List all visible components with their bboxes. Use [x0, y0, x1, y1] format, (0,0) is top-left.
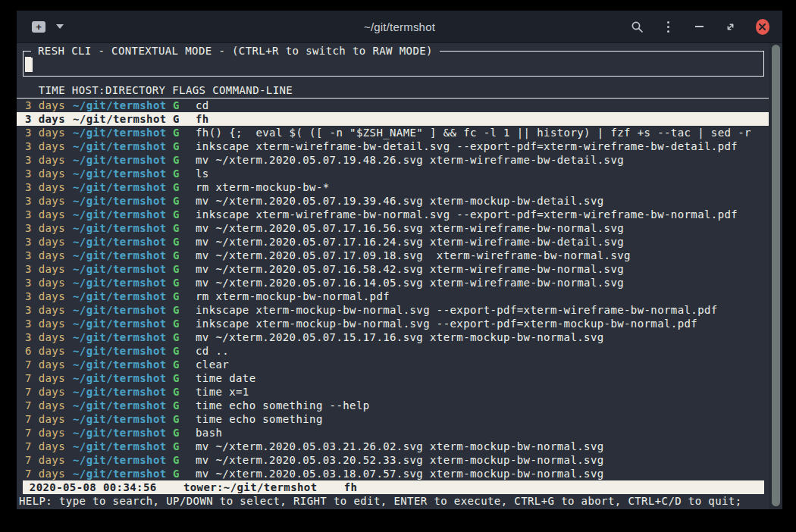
history-row[interactable]: 7 days ~/git/termshot G time echo someth… [17, 399, 769, 412]
history-row[interactable]: 7 days ~/git/termshot G mv ~/xterm.2020.… [17, 467, 769, 480]
row-directory: ~/git/termshot [73, 426, 173, 440]
row-directory: ~/git/termshot [73, 317, 173, 330]
window-title: ~/git/termshot [168, 20, 631, 33]
row-flags: G [173, 126, 196, 139]
history-row[interactable]: 3 days ~/git/termshot G mv ~/xterm.2020.… [17, 276, 769, 289]
row-command: mv ~/xterm.2020.05.07.19.39.46.svg xterm… [196, 194, 769, 208]
resh-search-box[interactable]: RESH CLI - CONTEXTUAL MODE - (CTRL+R to … [23, 51, 764, 77]
search-icon[interactable] [631, 20, 644, 33]
history-row[interactable]: 3 days ~/git/termshot G inkscape xterm-w… [17, 208, 769, 221]
row-flags: G [173, 317, 196, 330]
row-time: 3 days [25, 167, 73, 180]
history-row[interactable]: 7 days ~/git/termshot G bash [17, 426, 769, 440]
minimize-button[interactable] [694, 20, 706, 33]
row-command: mv ~/xterm.2020.05.07.19.48.26.svg xterm… [196, 153, 769, 167]
history-row[interactable]: 3 days ~/git/termshot G inkscape xterm-w… [17, 139, 769, 153]
row-directory: ~/git/termshot [73, 467, 173, 480]
history-row[interactable]: 7 days ~/git/termshot G time date [17, 371, 769, 385]
status-bar: 2020-05-08 00:34:56 tower:~/git/termshot… [23, 480, 764, 494]
scrollbar[interactable] [769, 43, 782, 509]
restore-button[interactable] [725, 20, 737, 33]
row-flags: G [173, 453, 196, 467]
history-row[interactable]: 3 days ~/git/termshot G mv ~/xterm.2020.… [17, 249, 769, 262]
row-command: rm xterm-mockup-bw-normal.pdf [196, 289, 769, 303]
row-command: cd .. [196, 344, 769, 358]
history-row[interactable]: 6 days ~/git/termshot G cd .. [17, 344, 769, 358]
history-row[interactable]: 3 days ~/git/termshot G mv ~/xterm.2020.… [17, 153, 769, 167]
row-flags: G [173, 276, 196, 289]
menu-kebab-icon[interactable] [663, 20, 675, 33]
row-directory: ~/git/termshot [73, 412, 173, 426]
row-time: 3 days [25, 208, 73, 221]
row-flags: G [173, 249, 196, 262]
row-command: mv ~/xterm.2020.05.07.16.14.05.svg xterm… [196, 276, 769, 289]
history-row[interactable]: 3 days ~/git/termshot G inkscape xterm-m… [17, 317, 769, 330]
row-directory: ~/git/termshot [73, 330, 173, 344]
minimize-icon [695, 26, 704, 27]
history-row[interactable]: 3 days ~/git/termshot G cd [17, 99, 769, 112]
row-directory: ~/git/termshot [73, 276, 173, 289]
history-row[interactable]: 7 days ~/git/termshot G mv ~/xterm.2020.… [17, 453, 769, 467]
chevron-down-icon[interactable] [56, 24, 64, 29]
row-command: time date [196, 371, 769, 385]
row-time: 7 days [25, 371, 73, 385]
history-row[interactable]: 7 days ~/git/termshot G clear [17, 358, 769, 371]
row-time: 3 days [25, 303, 73, 317]
row-command: fh [196, 112, 769, 126]
plus-icon: + [36, 22, 42, 32]
row-directory: ~/git/termshot [73, 371, 173, 385]
row-flags: G [173, 330, 196, 344]
row-time: 7 days [25, 412, 73, 426]
history-row[interactable]: 3 days ~/git/termshot G inkscape xterm-m… [17, 303, 769, 317]
row-flags: G [173, 440, 196, 453]
row-directory: ~/git/termshot [73, 180, 173, 194]
row-time: 3 days [25, 153, 73, 167]
row-directory: ~/git/termshot [73, 249, 173, 262]
new-tab-button[interactable]: + [32, 21, 45, 33]
row-directory: ~/git/termshot [73, 221, 173, 235]
history-row[interactable]: 3 days ~/git/termshot G fh() {; eval $( … [17, 126, 769, 139]
history-row[interactable]: 3 days ~/git/termshot G ls [17, 167, 769, 180]
row-time: 7 days [25, 358, 73, 371]
row-flags: G [173, 289, 196, 303]
titlebar-right [631, 19, 782, 35]
history-row[interactable]: 3 days ~/git/termshot G mv ~/xterm.2020.… [17, 330, 769, 344]
row-command: mv ~/xterm.2020.05.07.15.17.16.svg xterm… [196, 330, 769, 344]
history-row[interactable]: 7 days ~/git/termshot G time echo someth… [17, 412, 769, 426]
row-time: 3 days [25, 139, 73, 153]
row-directory: ~/git/termshot [73, 358, 173, 371]
row-command: inkscape xterm-mockup-bw-normal.svg --ex… [196, 303, 769, 317]
row-flags: G [173, 303, 196, 317]
text-cursor [25, 57, 33, 72]
row-flags: G [173, 262, 196, 276]
row-time: 3 days [25, 194, 73, 208]
row-directory: ~/git/termshot [73, 453, 173, 467]
row-time: 3 days [25, 112, 73, 126]
row-directory: ~/git/termshot [73, 153, 173, 167]
row-time: 3 days [25, 235, 73, 249]
row-command: time echo something [196, 412, 769, 426]
history-row[interactable]: 3 days ~/git/termshot G rm xterm-mockup-… [17, 180, 769, 194]
history-row[interactable]: 3 days ~/git/termshot G mv ~/xterm.2020.… [17, 262, 769, 276]
scrollbar-thumb[interactable] [772, 45, 780, 506]
titlebar[interactable]: + ~/git/termshot [17, 11, 782, 43]
row-flags: G [173, 153, 196, 167]
row-directory: ~/git/termshot [73, 112, 173, 126]
row-time: 7 days [25, 399, 73, 412]
row-flags: G [173, 371, 196, 385]
row-time: 3 days [25, 99, 73, 112]
row-directory: ~/git/termshot [73, 303, 173, 317]
history-row[interactable]: 7 days ~/git/termshot G time x=1 [17, 385, 769, 399]
close-button[interactable] [756, 19, 769, 35]
row-time: 3 days [25, 330, 73, 344]
row-time: 3 days [25, 180, 73, 194]
resh-header: RESH CLI - CONTEXTUAL MODE - (CTRL+R to … [31, 44, 440, 58]
history-row[interactable]: 3 days ~/git/termshot G mv ~/xterm.2020.… [17, 194, 769, 208]
history-row[interactable]: 3 days ~/git/termshot G mv ~/xterm.2020.… [17, 235, 769, 249]
row-flags: G [173, 167, 196, 180]
history-row[interactable]: 3 days ~/git/termshot G fh [17, 112, 769, 126]
history-row[interactable]: 7 days ~/git/termshot G mv ~/xterm.2020.… [17, 440, 769, 453]
row-time: 7 days [25, 440, 73, 453]
history-row[interactable]: 3 days ~/git/termshot G rm xterm-mockup-… [17, 289, 769, 303]
history-row[interactable]: 3 days ~/git/termshot G mv ~/xterm.2020.… [17, 221, 769, 235]
